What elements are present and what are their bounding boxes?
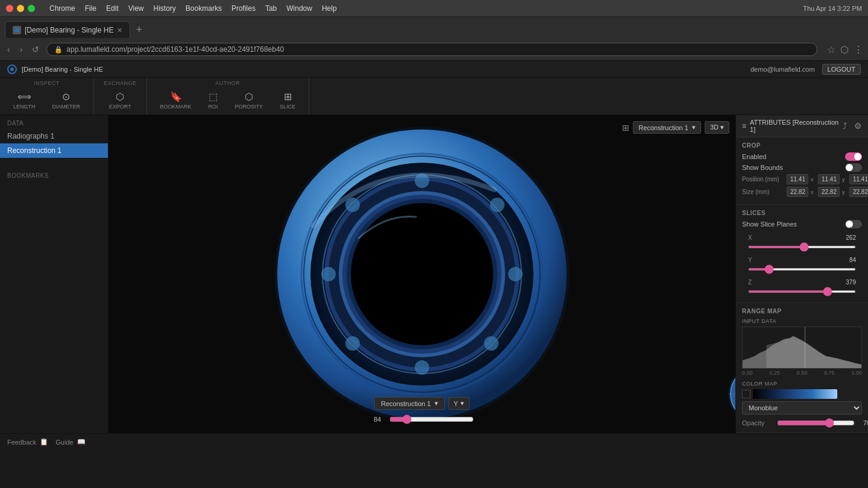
viewport[interactable]: ⊞ Reconstruction 1 ▾ 3D ▾ bbox=[108, 115, 735, 433]
author-items: 🔖 BOOKMARK ⬚ ROI ⬡ POROSITY ⊞ SLICE bbox=[157, 89, 300, 112]
position-z-input[interactable] bbox=[849, 174, 868, 184]
svg-point-14 bbox=[484, 336, 498, 351]
tab-title: [Demo] Bearing - Single HE bbox=[25, 26, 113, 34]
x-slider-section: X 262 bbox=[742, 231, 862, 253]
z-slice-slider[interactable] bbox=[748, 290, 856, 293]
feedback-icon: 📋 bbox=[40, 438, 48, 446]
forward-button[interactable]: › bbox=[17, 45, 25, 54]
y-slice-slider[interactable] bbox=[748, 268, 856, 271]
size-z-input[interactable] bbox=[849, 187, 868, 197]
more-options-icon[interactable]: ⋮ bbox=[854, 44, 863, 55]
menu-view[interactable]: View bbox=[128, 4, 144, 13]
show-slice-planes-row: Show Slice Planes bbox=[742, 220, 862, 228]
menu-bookmarks[interactable]: Bookmarks bbox=[186, 4, 222, 13]
window-controls[interactable] bbox=[6, 5, 35, 12]
logout-button[interactable]: LOGOUT bbox=[822, 64, 861, 75]
macos-right: Thu Apr 14 3:22 PM bbox=[803, 5, 862, 12]
guide-button[interactable]: Guide 📖 bbox=[55, 438, 85, 446]
z-axis-slider-label: Z bbox=[748, 279, 752, 286]
bottom-reconstruction-select[interactable]: Reconstruction 1 ▾ bbox=[374, 397, 445, 410]
slice-slider[interactable] bbox=[389, 414, 474, 424]
menu-window[interactable]: Window bbox=[286, 4, 312, 13]
guide-icon: 📖 bbox=[77, 438, 86, 446]
fullscreen-button[interactable] bbox=[28, 5, 35, 12]
back-button[interactable]: ‹ bbox=[5, 45, 13, 54]
show-bounds-toggle[interactable] bbox=[845, 163, 862, 172]
app-topbar: [Demo] Bearing - Single HE demo@lumafiel… bbox=[0, 61, 868, 78]
view-mode-select[interactable]: 3D ▾ bbox=[705, 121, 729, 134]
diameter-label: DIAMETER bbox=[52, 104, 81, 110]
size-y-input[interactable] bbox=[818, 187, 840, 197]
x-slice-slider[interactable] bbox=[748, 246, 856, 248]
enabled-toggle[interactable] bbox=[845, 152, 862, 161]
new-tab-button[interactable]: + bbox=[133, 23, 146, 36]
menu-history[interactable]: History bbox=[154, 4, 176, 13]
porosity-tool[interactable]: ⬡ POROSITY bbox=[231, 89, 267, 112]
y-slider-value: 84 bbox=[849, 257, 856, 263]
menu-file[interactable]: File bbox=[85, 4, 96, 13]
active-tab[interactable]: [Demo] Bearing - Single HE × bbox=[5, 21, 130, 38]
menu-chrome[interactable]: Chrome bbox=[49, 4, 75, 13]
opacity-row: Opacity 70% bbox=[742, 418, 862, 428]
macos-menu[interactable]: Chrome File Edit View History Bookmarks … bbox=[49, 4, 337, 13]
viewport-controls: ⊞ Reconstruction 1 ▾ 3D ▾ bbox=[622, 121, 729, 134]
toolbar: INSPECT ⟺ LENGTH ⊙ DIAMETER EXCHANGE ⬡ E… bbox=[0, 78, 868, 115]
reload-button[interactable]: ↺ bbox=[30, 45, 42, 54]
menu-profiles[interactable]: Profiles bbox=[231, 4, 256, 13]
x-axis-slider-label: X bbox=[748, 234, 752, 241]
menu-tab[interactable]: Tab bbox=[265, 4, 277, 13]
axis-select[interactable]: Y ▾ bbox=[448, 397, 470, 410]
export-tool[interactable]: ⬡ EXPORT bbox=[105, 89, 135, 112]
share-icon[interactable]: ⤴ bbox=[843, 121, 847, 131]
thumbnail-container bbox=[727, 364, 735, 424]
y-slider-header: Y 84 bbox=[748, 257, 856, 263]
sidebar-item-radiographs[interactable]: Radiographs 1 bbox=[0, 129, 108, 143]
position-mm-label: Position (mm) bbox=[742, 176, 784, 183]
show-slice-planes-label: Show Slice Planes bbox=[742, 221, 797, 228]
slice-icon: ⊞ bbox=[284, 91, 292, 102]
lock-icon: 🔒 bbox=[54, 46, 63, 54]
right-panel-icons: ⤴ ⚙ bbox=[843, 121, 862, 131]
roi-icon: ⬚ bbox=[209, 91, 218, 102]
x-axis-label: x bbox=[811, 177, 816, 183]
exchange-label: EXCHANGE bbox=[104, 80, 137, 86]
menu-edit[interactable]: Edit bbox=[106, 4, 119, 13]
colormap-black-end bbox=[742, 390, 750, 398]
size-x-input[interactable] bbox=[787, 187, 808, 197]
extensions-icon[interactable]: ⬡ bbox=[840, 44, 849, 55]
macos-bar: Chrome File Edit View History Bookmarks … bbox=[0, 0, 868, 17]
settings-icon[interactable]: ⚙ bbox=[854, 121, 862, 131]
menu-help[interactable]: Help bbox=[322, 4, 337, 13]
axis-0: 0.00 bbox=[742, 370, 753, 376]
enabled-label: Enabled bbox=[742, 153, 766, 160]
app-title-bar: [Demo] Bearing - Single HE bbox=[7, 64, 103, 74]
show-slice-planes-toggle[interactable] bbox=[845, 220, 862, 228]
feedback-button[interactable]: Feedback 📋 bbox=[7, 438, 48, 446]
svg-point-23 bbox=[356, 208, 488, 340]
porosity-icon: ⬡ bbox=[245, 91, 253, 102]
opacity-slider[interactable] bbox=[777, 418, 855, 428]
position-x-input[interactable] bbox=[787, 174, 808, 184]
main-layout: DATA Radiographs 1 Reconstruction 1 BOOK… bbox=[0, 115, 868, 433]
bookmark-star-icon[interactable]: ☆ bbox=[827, 44, 835, 55]
sidebar-item-reconstruction[interactable]: Reconstruction 1 bbox=[0, 143, 108, 158]
diameter-tool[interactable]: ⊙ DIAMETER bbox=[49, 89, 84, 112]
colormap-select[interactable]: Monoblue bbox=[742, 401, 862, 414]
right-panel-title-row: ≡ ATTRIBUTES [Reconstruction 1] bbox=[742, 119, 843, 133]
bookmark-tool[interactable]: 🔖 BOOKMARK bbox=[157, 89, 195, 112]
slice-tool[interactable]: ⊞ SLICE bbox=[276, 89, 299, 112]
input-data-label: INPUT DATA bbox=[742, 318, 862, 324]
roi-tool[interactable]: ⬚ ROI bbox=[205, 89, 222, 112]
position-y-input[interactable] bbox=[818, 174, 840, 184]
y-axis-label: y bbox=[842, 177, 847, 183]
close-button[interactable] bbox=[6, 5, 13, 12]
length-tool[interactable]: ⟺ LENGTH bbox=[10, 89, 39, 112]
url-bar[interactable]: 🔒 app.lumafield.com/project/2ccd6163-1e1… bbox=[46, 43, 817, 56]
browser-actions: ☆ ⬡ ⋮ bbox=[827, 44, 863, 55]
tab-close-button[interactable]: × bbox=[117, 25, 122, 35]
minimize-button[interactable] bbox=[17, 5, 24, 12]
slice-controls-row: Reconstruction 1 ▾ Y ▾ bbox=[374, 397, 470, 410]
colormap-bar-container bbox=[742, 389, 862, 399]
panel-toggle-icon[interactable]: ⊞ bbox=[622, 123, 629, 133]
reconstruction-select[interactable]: Reconstruction 1 ▾ bbox=[633, 121, 701, 134]
